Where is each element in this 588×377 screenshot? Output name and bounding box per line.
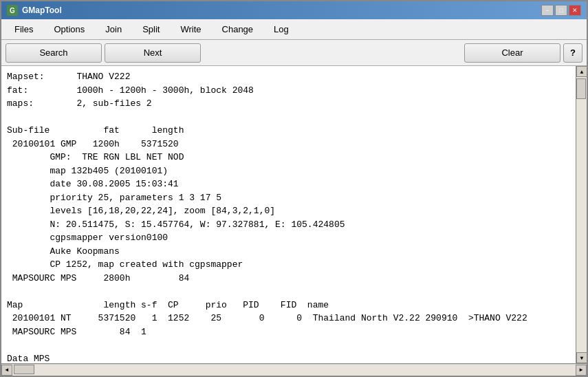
scroll-track-h[interactable] xyxy=(12,365,576,376)
scroll-left-button[interactable]: ◄ xyxy=(1,365,12,376)
window-title: GMapTool xyxy=(22,6,62,15)
scroll-thumb-v[interactable] xyxy=(576,78,586,99)
main-window: G GMapTool − □ ✕ Files Options Join Spli… xyxy=(0,0,588,377)
scroll-track-v[interactable] xyxy=(576,77,587,352)
search-button[interactable]: Search xyxy=(6,43,102,63)
close-button[interactable]: ✕ xyxy=(569,5,581,16)
app-icon: G xyxy=(7,5,18,16)
vertical-scrollbar: ▲ ▼ xyxy=(576,66,587,363)
menu-bar: Files Options Join Split Write Change Lo… xyxy=(1,19,587,40)
help-button[interactable]: ? xyxy=(563,43,582,63)
menu-write[interactable]: Write xyxy=(170,21,211,38)
menu-split[interactable]: Split xyxy=(132,21,170,38)
minimize-button[interactable]: − xyxy=(541,5,554,16)
menu-change[interactable]: Change xyxy=(212,21,264,38)
menu-join[interactable]: Join xyxy=(95,21,132,38)
title-bar-left: G GMapTool xyxy=(7,5,62,16)
scroll-thumb-h[interactable] xyxy=(14,365,34,374)
menu-files[interactable]: Files xyxy=(4,21,43,38)
menu-options[interactable]: Options xyxy=(43,21,95,38)
clear-button[interactable]: Clear xyxy=(464,43,560,63)
title-bar: G GMapTool − □ ✕ xyxy=(1,1,587,19)
horizontal-scrollbar: ◄ ► xyxy=(1,363,587,376)
title-buttons: − □ ✕ xyxy=(541,5,581,16)
scroll-up-button[interactable]: ▲ xyxy=(576,66,587,77)
toolbar: Search Next Clear ? xyxy=(1,40,587,66)
scroll-right-button[interactable]: ► xyxy=(576,365,587,376)
menu-log[interactable]: Log xyxy=(263,21,299,38)
log-text[interactable]: Mapset: THANO V222 fat: 1000h - 1200h - … xyxy=(1,66,576,363)
scroll-down-button[interactable]: ▼ xyxy=(576,352,587,363)
next-button[interactable]: Next xyxy=(105,43,201,63)
maximize-button[interactable]: □ xyxy=(555,5,567,16)
content-area: Mapset: THANO V222 fat: 1000h - 1200h - … xyxy=(1,66,587,363)
